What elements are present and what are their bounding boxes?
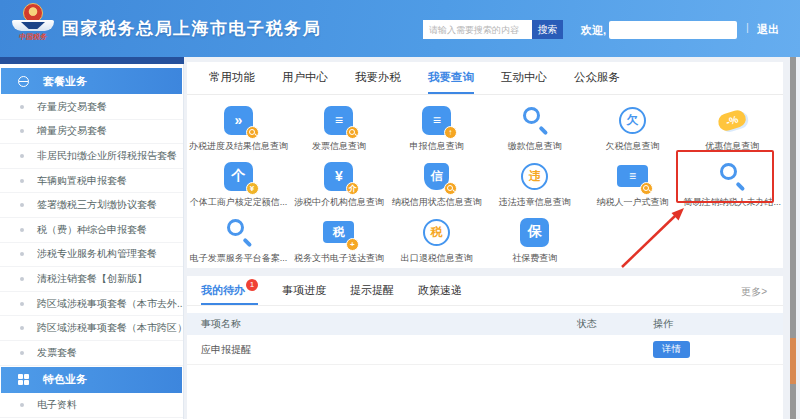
grid-item-label: 涉税中介机构信息查询 [290, 196, 388, 209]
progress-result-query[interactable]: » 办税进度及结果信息查询 [187, 100, 290, 156]
bullet-icon [20, 403, 24, 407]
grid-item-label: 违法违章信息查询 [486, 196, 584, 209]
table-row: 应申报提醒 详情 [187, 335, 783, 365]
sidebar-item-label: 清税注销套餐【创新版】 [37, 272, 147, 286]
taxpayer-profile-query[interactable]: ≡ 纳税人一户式查询 [584, 156, 682, 212]
more-link[interactable]: 更多> [741, 279, 767, 305]
tab-interaction[interactable]: 互动中心 [501, 63, 547, 94]
header-shadow-strip [0, 57, 184, 64]
section-label: 套餐业务 [43, 74, 87, 89]
search-input[interactable] [423, 20, 532, 39]
grid-item-label: 缴款信息查询 [486, 140, 584, 153]
todo-table-header: 事项名称 状态 操作 [187, 313, 783, 335]
sidebar: 套餐业务 存量房交易套餐 增量房交易套餐 非居民扣缴企业所得税报告套餐 车辆购置… [0, 64, 184, 419]
declaration-info-query[interactable]: ≡ ↑ 申报信息查询 [388, 100, 486, 156]
tax-agency-query[interactable]: ¥ 介 涉税中介机构信息查询 [290, 156, 388, 212]
export-rebate-icon: 税 [420, 215, 454, 249]
sidebar-item-sheshui[interactable]: 涉税专业服务机构管理套餐 [0, 243, 183, 268]
tax-arrears-query[interactable]: 欠 欠税信息查询 [584, 100, 682, 156]
sidebar-item-label: 税（费）种综合申报套餐 [37, 223, 147, 237]
sidebar-item-fapiao[interactable]: 发票套餐 [0, 341, 183, 366]
sidebar-item-label: 跨区域涉税事项套餐（本市去外... [37, 297, 183, 311]
sidebar-item-label: 发票套餐 [37, 346, 77, 360]
grid-item-label: 社保费查询 [486, 252, 584, 265]
bullet-icon [20, 179, 24, 183]
tab-policy-express[interactable]: 政策速递 [418, 277, 462, 305]
bullet-icon [20, 129, 24, 133]
taxpayer-profile-icon: ≡ [616, 159, 650, 193]
sidebar-item-qingshui[interactable]: 清税注销套餐【创新版】 [0, 267, 183, 292]
grid-item-label: 申报信息查询 [388, 140, 486, 153]
social-insurance-icon: 保 [518, 215, 552, 249]
tab-my-todo[interactable]: 我的待办1 [201, 277, 258, 305]
bullet-icon [20, 277, 24, 281]
todo-tab-label: 我的待办 [201, 284, 245, 296]
individual-quota-query[interactable]: 个 ¥ 个体工商户核定定额信... [187, 156, 290, 212]
bullet-icon [20, 154, 24, 158]
invoice-query-icon: ≡ [322, 103, 356, 137]
tab-reminders[interactable]: 提示提醒 [350, 277, 394, 305]
e-invoice-platform-icon [222, 215, 256, 249]
column-action: 操作 [653, 317, 783, 331]
sidebar-section-special[interactable]: 特色业务 [1, 367, 182, 393]
bullet-icon [20, 252, 24, 256]
credit-status-query[interactable]: 信 纳税信用状态信息查询 [388, 156, 486, 212]
bullet-icon [20, 203, 24, 207]
violation-info-query[interactable]: 违 违法违章信息查询 [486, 156, 584, 212]
header-divider: | [746, 21, 749, 33]
export-rebate-query[interactable]: 税 出口退税信息查询 [388, 212, 486, 268]
grid-item-label: 纳税信用状态信息查询 [388, 196, 486, 209]
social-insurance-query[interactable]: 保 社保费查询 [486, 212, 584, 268]
sidebar-item-shuifeizhong[interactable]: 税（费）种综合申报套餐 [0, 218, 183, 243]
vertical-scrollbar-thumb[interactable] [790, 338, 796, 384]
page-title: 国家税务总局上海市电子税务局 [62, 17, 321, 40]
section-label: 特色业务 [43, 372, 87, 387]
e-invoice-platform-query[interactable]: 电子发票服务平台备案... [187, 212, 290, 268]
payment-info-query[interactable]: 缴款信息查询 [486, 100, 584, 156]
header: ★ 中国税务 国家税务总局上海市电子税务局 搜索 欢迎, | 退出 [0, 0, 800, 57]
tab-common-functions[interactable]: 常用功能 [209, 63, 255, 94]
tab-tax-handling[interactable]: 我要办税 [355, 63, 401, 94]
tax-document-delivery-query[interactable]: 税 + 税务文书电子送达查询 [290, 212, 388, 268]
grid-item-label: 办税进度及结果信息查询 [187, 140, 290, 153]
grid-item-label: 个体工商户核定定额信... [187, 196, 290, 209]
matter-name: 应申报提醒 [187, 343, 577, 357]
grid-item-label: 发票信息查询 [290, 140, 388, 153]
todo-count-badge: 1 [246, 279, 258, 291]
logo-wings-icon [12, 20, 54, 31]
tax-bureau-logo-icon: ★ 中国税务 [10, 3, 56, 55]
progress-query-icon: » [222, 103, 256, 137]
logout-button[interactable]: 退出 [757, 22, 779, 37]
sidebar-item-kuaquyu-in[interactable]: 跨区域涉税事项套餐（本市跨区） [0, 316, 183, 341]
package-section-icon [18, 76, 29, 87]
special-section-icon [18, 374, 29, 385]
bullet-icon [20, 302, 24, 306]
preference-info-query[interactable]: -% 优惠信息查询 [681, 100, 783, 156]
grid-item-label: 欠税信息查询 [584, 140, 682, 153]
tab-matter-progress[interactable]: 事项进度 [282, 277, 326, 305]
bullet-icon [20, 228, 24, 232]
sidebar-item-cunliangfang[interactable]: 存量房交易套餐 [0, 95, 183, 120]
sidebar-item-zengliangfang[interactable]: 增量房交易套餐 [0, 120, 183, 145]
arrears-query-icon: 欠 [616, 103, 650, 137]
sidebar-item-feijumin[interactable]: 非居民扣缴企业所得税报告套餐 [0, 144, 183, 169]
tab-query[interactable]: 我要查询 [428, 63, 474, 94]
detail-button[interactable]: 详情 [653, 341, 690, 358]
highlight-box [676, 150, 774, 203]
search-button[interactable]: 搜索 [532, 20, 563, 39]
individual-quota-icon: 个 ¥ [222, 159, 256, 193]
sidebar-item-label: 涉税专业服务机构管理套餐 [37, 247, 157, 261]
sidebar-section-package[interactable]: 套餐业务 [1, 68, 182, 94]
tab-user-center[interactable]: 用户中心 [282, 63, 328, 94]
sidebar-item-dianziziliao[interactable]: 电子资料 [0, 394, 183, 419]
sidebar-item-label: 签署缴税三方划缴协议套餐 [37, 198, 157, 212]
invoice-info-query[interactable]: ≡ 发票信息查询 [290, 100, 388, 156]
sidebar-item-qianshu[interactable]: 签署缴税三方划缴协议套餐 [0, 193, 183, 218]
bullet-icon [20, 105, 24, 109]
column-matter-name: 事项名称 [187, 317, 577, 331]
sidebar-item-label: 增量房交易套餐 [37, 124, 107, 138]
tab-public-service[interactable]: 公众服务 [574, 63, 620, 94]
sidebar-item-cheliang[interactable]: 车辆购置税申报套餐 [0, 169, 183, 194]
bullet-icon [20, 326, 24, 330]
sidebar-item-kuaquyu-out[interactable]: 跨区域涉税事项套餐（本市去外... [0, 292, 183, 317]
